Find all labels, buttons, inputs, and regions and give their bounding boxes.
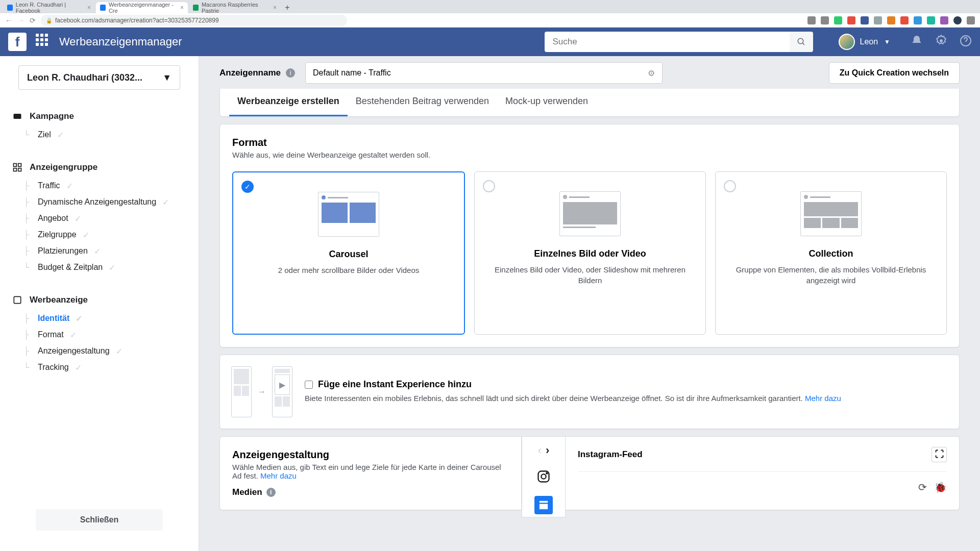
refresh-icon[interactable]: ⟳ [918, 481, 927, 493]
tab-create-ad[interactable]: Werbeanzeige erstellen [229, 89, 348, 116]
preview-prev-icon[interactable]: ‹ [538, 444, 542, 457]
browser-tab-0[interactable]: Leon R. Chaudhari | Facebook× [3, 2, 95, 13]
svg-rect-14 [540, 504, 548, 510]
check-icon: ✓ [66, 181, 73, 191]
bug-icon[interactable]: 🐞 [934, 481, 947, 493]
url-bar: ← → ⟳ 🔒facebook.com/adsmanager/creation?… [0, 13, 980, 28]
instant-desc: Biete Interessenten ein mobiles Erlebnis… [305, 393, 948, 405]
ext-icon[interactable] [847, 16, 855, 24]
learn-more-link[interactable]: Mehr dazu [260, 471, 297, 480]
page-title: Werbeanzeigenmanager [59, 35, 182, 48]
nav-item-label: Traffic [38, 181, 60, 190]
svg-rect-13 [540, 501, 548, 503]
tab-label: Werbeanzeige erstellen [237, 96, 339, 106]
browser-tab-2[interactable]: Macarons Raspberries Pastrie× [189, 2, 281, 13]
collection-illustration [800, 191, 862, 236]
close-icon[interactable]: × [180, 4, 184, 11]
help-icon[interactable] [960, 35, 972, 49]
learn-more-link[interactable]: Mehr dazu [805, 394, 841, 403]
quick-creation-button[interactable]: Zu Quick Creation wechseln [829, 62, 960, 84]
url-input[interactable]: 🔒facebook.com/adsmanager/creation?act=30… [41, 15, 347, 26]
ext-icon[interactable] [834, 16, 842, 24]
nav-item-tracking[interactable]: └Tracking✓ [18, 359, 199, 375]
nav-item-anzeigengestaltung[interactable]: ├Anzeigengestaltung✓ [18, 343, 199, 359]
new-tab-button[interactable]: + [282, 2, 293, 13]
svg-rect-4 [14, 114, 21, 119]
nav-item-budget[interactable]: └Budget & Zeitplan✓ [18, 259, 199, 276]
preview-nav-card: ‹ › [522, 436, 566, 517]
nav-item-dynamic[interactable]: ├Dynamische Anzeigengestaltung✓ [18, 194, 199, 210]
nav-item-traffic[interactable]: ├Traffic✓ [18, 178, 199, 194]
user-menu[interactable]: Leon ▼ [839, 34, 890, 50]
svg-point-11 [541, 474, 546, 479]
apps-grid-icon[interactable] [36, 34, 52, 50]
close-icon[interactable]: × [273, 4, 277, 11]
ext-icon[interactable] [900, 16, 909, 24]
account-selector[interactable]: Leon R. Chaudhari (3032... ▼ [18, 65, 180, 90]
ext-icon[interactable] [874, 16, 882, 24]
instant-checkbox[interactable] [305, 381, 313, 389]
nav-item-angebot[interactable]: ├Angebot✓ [18, 210, 199, 227]
forward-icon[interactable]: → [17, 16, 24, 24]
format-option-collection[interactable]: Collection Gruppe von Elementen, die als… [715, 171, 947, 335]
avatar [839, 34, 855, 50]
tab-mockup[interactable]: Mock-up verwenden [497, 89, 596, 116]
close-icon[interactable]: × [87, 4, 91, 11]
ext-icon[interactable] [861, 16, 869, 24]
nav-item-label: Dynamische Anzeigengestaltung [38, 197, 156, 207]
ext-icon[interactable] [914, 16, 922, 24]
single-illustration [559, 191, 621, 236]
ad-name-input[interactable]: Default name - Traffic ⚙ [305, 62, 663, 84]
format-option-single[interactable]: Einzelnes Bild oder Video Einzelnes Bild… [474, 171, 706, 335]
ad-icon [12, 295, 22, 305]
sidebar: Leon R. Chaudhari (3032... ▼ Kampagne └Z… [0, 56, 199, 551]
tab-existing-post[interactable]: Bestehenden Beitrag verwenden [348, 89, 497, 116]
nav-item-ziel[interactable]: └Ziel✓ [18, 127, 199, 143]
nav-header-label: Anzeigengruppe [30, 162, 97, 172]
gear-icon[interactable]: ⚙ [648, 68, 655, 78]
account-label: Leon R. Chaudhari (3032... [27, 72, 142, 83]
back-icon[interactable]: ← [5, 16, 12, 24]
info-icon[interactable]: i [286, 68, 295, 78]
ext-icon[interactable] [821, 16, 829, 24]
nav-section-ad: Werbeanzeige ├Identität✓ ├Format✓ ├Anzei… [0, 283, 199, 383]
format-subtitle: Wähle aus, wie deine Werbeanzeige gestal… [232, 151, 947, 159]
nav-item-identitaet[interactable]: ├Identität✓ [18, 310, 199, 327]
browser-tab-1[interactable]: Werbeanzeigenmanager - Cre× [96, 2, 188, 13]
ext-icon[interactable] [807, 16, 816, 24]
format-option-desc: Einzelnes Bild oder Video, oder Slidesho… [485, 264, 695, 286]
radio-icon [483, 180, 495, 192]
facebook-feed-icon[interactable] [534, 496, 553, 514]
format-option-desc: Gruppe von Elementen, die als mobiles Vo… [726, 264, 936, 286]
facebook-logo[interactable]: f [8, 33, 27, 51]
app-header: f Werbeanzeigenmanager Leon ▼ [0, 28, 980, 56]
tab-label: Macarons Raspberries Pastrie [202, 2, 270, 14]
nav-section-campaign: Kampagne └Ziel✓ [0, 99, 199, 150]
info-icon[interactable]: i [266, 488, 276, 497]
close-button[interactable]: Schließen [36, 509, 163, 531]
notifications-icon[interactable] [911, 35, 923, 49]
preview-card: Instagram-Feed ⛶ ⟳ 🐞 [566, 436, 960, 510]
svg-rect-8 [18, 168, 21, 171]
format-option-title: Einzelnes Bild oder Video [485, 248, 695, 259]
ext-icon[interactable] [953, 16, 962, 24]
settings-icon[interactable] [935, 35, 947, 49]
reload-icon[interactable]: ⟳ [30, 16, 36, 24]
menu-icon[interactable] [967, 16, 975, 24]
instant-title: Füge eine Instant Experience hinzu [318, 379, 472, 390]
nav-item-zielgruppe[interactable]: ├Zielgruppe✓ [18, 227, 199, 243]
nav-item-format[interactable]: ├Format✓ [18, 327, 199, 343]
svg-rect-7 [14, 168, 17, 171]
ext-icon[interactable] [887, 16, 895, 24]
search-button[interactable] [790, 32, 813, 52]
ext-icon[interactable] [927, 16, 935, 24]
nav-item-platzierungen[interactable]: ├Platzierungen✓ [18, 243, 199, 259]
preview-next-icon[interactable]: › [546, 444, 549, 457]
instagram-icon[interactable] [534, 467, 553, 486]
format-option-carousel[interactable]: ✓ Carousel 2 oder mehr scrollbare Bilder… [232, 171, 465, 335]
expand-button[interactable]: ⛶ [932, 447, 947, 462]
search-input[interactable] [545, 32, 790, 52]
ext-icon[interactable] [940, 16, 948, 24]
ad-name-label: Anzeigenname [219, 68, 281, 78]
format-option-title: Carousel [243, 249, 454, 260]
